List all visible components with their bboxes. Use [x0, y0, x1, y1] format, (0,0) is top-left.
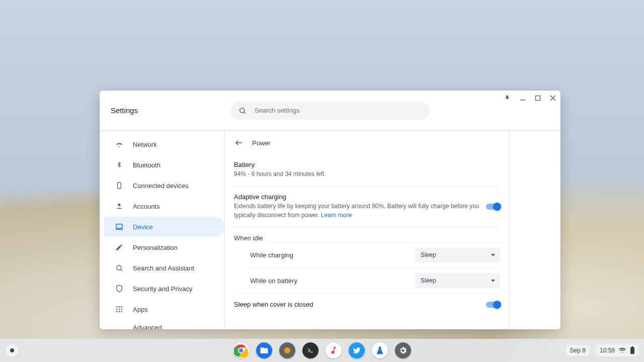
- sidebar-item-accounts[interactable]: Accounts: [104, 196, 224, 216]
- when-idle-header: When idle: [234, 227, 500, 242]
- window-controls: [504, 95, 556, 102]
- sidebar-item-label: Apps: [133, 306, 148, 313]
- search-input[interactable]: [255, 107, 422, 114]
- shelf: Sep 8 10:59: [0, 339, 644, 362]
- sidebar-item-label: Advanced: [133, 324, 162, 329]
- sidebar-item-label: Security and Privacy: [133, 285, 193, 293]
- date-pill[interactable]: Sep 8: [566, 345, 590, 356]
- window-body: Network Bluetooth Connected devices Acco…: [100, 131, 560, 329]
- minimize-icon[interactable]: [519, 95, 526, 102]
- learn-more-link[interactable]: Learn more: [321, 212, 352, 219]
- settings-window: Settings Network: [100, 90, 560, 329]
- svg-rect-2: [520, 100, 525, 101]
- svg-rect-28: [631, 346, 633, 347]
- svg-point-25: [284, 347, 290, 353]
- svg-point-10: [117, 265, 121, 270]
- window-titlebar: Settings: [100, 90, 560, 131]
- status-time: 10:59: [600, 347, 615, 354]
- sidebar-item-security[interactable]: Security and Privacy: [104, 279, 224, 299]
- twitter-app-icon[interactable]: [349, 342, 365, 358]
- svg-point-13: [119, 306, 120, 308]
- while-charging-label: While charging: [250, 251, 293, 259]
- svg-point-7: [118, 204, 120, 206]
- search-icon: [238, 107, 247, 115]
- app-icon[interactable]: [279, 342, 295, 358]
- search-icon: [115, 263, 124, 273]
- svg-point-15: [116, 309, 118, 310]
- pin-icon[interactable]: [504, 95, 511, 102]
- adaptive-charging-row: Adaptive charging Extends battery life b…: [234, 186, 500, 227]
- shield-icon: [115, 284, 124, 293]
- terminal-app-icon[interactable]: [302, 342, 318, 358]
- sidebar-item-label: Connected devices: [133, 182, 189, 190]
- sidebar-item-label: Bluetooth: [133, 161, 160, 169]
- svg-rect-8: [116, 224, 122, 228]
- battery-status: 94% - 6 hours and 34 minutes left: [234, 169, 494, 178]
- back-button[interactable]: [234, 138, 244, 148]
- dropdown-value: Sleep: [421, 251, 436, 258]
- devices-icon: [115, 181, 124, 190]
- files-app-icon[interactable]: [256, 342, 272, 358]
- sidebar-item-label: Network: [133, 141, 157, 148]
- dropdown-value: Sleep: [421, 277, 436, 284]
- lab-app-icon[interactable]: [372, 342, 388, 358]
- settings-app-icon[interactable]: [395, 342, 411, 358]
- svg-point-20: [121, 311, 122, 312]
- sidebar-item-device[interactable]: Device: [104, 217, 224, 237]
- sidebar-item-label: Device: [133, 223, 153, 231]
- sidebar-item-advanced[interactable]: Advanced: [104, 320, 224, 329]
- maximize-icon[interactable]: [534, 95, 541, 102]
- sleep-cover-row: Sleep when cover is closed: [234, 293, 500, 315]
- sidebar-item-network[interactable]: Network: [104, 134, 224, 154]
- adaptive-label: Adaptive charging: [234, 193, 480, 201]
- window-title: Settings: [100, 106, 138, 115]
- svg-rect-6: [118, 183, 121, 189]
- chevron-down-icon: [491, 280, 495, 282]
- wifi-icon: [619, 347, 626, 354]
- svg-line-11: [121, 269, 122, 271]
- account-icon: [115, 202, 124, 211]
- adaptive-charging-toggle[interactable]: [486, 204, 500, 210]
- sleep-cover-label: Sleep when cover is closed: [234, 301, 480, 308]
- svg-line-1: [244, 112, 246, 114]
- while-on-battery-label: While on battery: [250, 277, 297, 285]
- sidebar-item-search-assistant[interactable]: Search and Assistant: [104, 258, 224, 278]
- svg-point-16: [119, 309, 120, 310]
- dock: [233, 342, 411, 358]
- wifi-icon: [115, 140, 124, 149]
- svg-point-17: [121, 309, 122, 310]
- sidebar-item-label: Accounts: [133, 203, 159, 210]
- while-charging-row: While charging Sleep: [250, 242, 500, 267]
- page-title: Power: [252, 139, 271, 147]
- while-on-battery-dropdown[interactable]: Sleep: [416, 273, 500, 288]
- sidebar-item-label: Search and Assistant: [133, 264, 194, 272]
- battery-icon: [630, 346, 635, 354]
- sidebar-item-connected-devices[interactable]: Connected devices: [104, 175, 224, 196]
- svg-point-0: [240, 108, 245, 112]
- sidebar-item-apps[interactable]: Apps: [104, 299, 224, 319]
- sidebar-item-label: Personalization: [133, 244, 178, 251]
- bluetooth-icon: [115, 160, 124, 169]
- chevron-down-icon: [491, 254, 495, 256]
- status-tray[interactable]: Sep 8 10:59: [566, 344, 639, 356]
- sleep-cover-toggle[interactable]: [486, 302, 500, 308]
- status-pill[interactable]: 10:59: [596, 344, 639, 356]
- blank-icon: [115, 324, 124, 329]
- while-charging-dropdown[interactable]: Sleep: [416, 247, 500, 262]
- svg-point-18: [116, 311, 118, 312]
- adaptive-desc: Extends battery life by keeping your bat…: [234, 202, 480, 220]
- sidebar-item-personalization[interactable]: Personalization: [104, 237, 224, 257]
- settings-page: Power Battery 94% - 6 hours and 34 minut…: [225, 131, 510, 329]
- apps-icon: [115, 305, 124, 314]
- svg-point-19: [119, 311, 120, 312]
- sidebar-item-bluetooth[interactable]: Bluetooth: [104, 155, 224, 175]
- close-icon[interactable]: [549, 95, 556, 102]
- search-container[interactable]: [230, 102, 430, 120]
- battery-row: Battery 94% - 6 hours and 34 minutes lef…: [234, 154, 500, 186]
- page-header: Power: [225, 131, 509, 154]
- chrome-app-icon[interactable]: [233, 342, 249, 358]
- music-app-icon[interactable]: [326, 342, 342, 358]
- launcher-button[interactable]: [5, 343, 19, 357]
- laptop-icon: [115, 222, 124, 231]
- svg-point-24: [238, 348, 243, 352]
